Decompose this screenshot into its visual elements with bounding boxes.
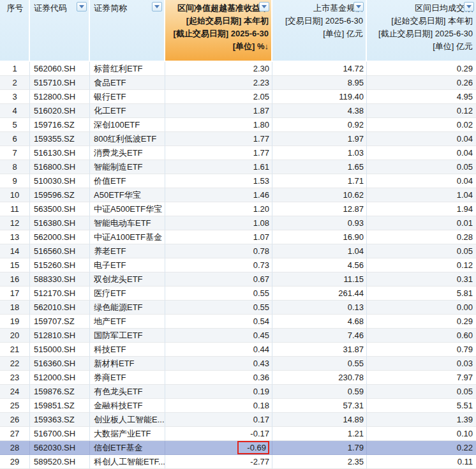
cell-code[interactable]: 512170.SH bbox=[30, 287, 90, 301]
cell-fund-scale[interactable]: 10.62 bbox=[272, 188, 367, 202]
table-row[interactable]: 16588330.SH双创龙头ETF0.6711.150.31 bbox=[0, 272, 476, 287]
cell-index[interactable]: 5 bbox=[0, 118, 30, 132]
cell-avg-turnover[interactable]: 1.94 bbox=[367, 202, 476, 216]
cell-excess-return[interactable]: 0.43 bbox=[165, 357, 272, 371]
table-row[interactable]: 14516560.SH养老ETF0.781.040.05 bbox=[0, 244, 476, 258]
cell-excess-return[interactable]: 1.61 bbox=[165, 160, 272, 174]
cell-excess-return[interactable]: 2.05 bbox=[165, 90, 272, 104]
cell-fund-scale[interactable]: 4.56 bbox=[272, 258, 367, 272]
cell-index[interactable]: 6 bbox=[0, 132, 30, 146]
cell-excess-return[interactable]: -2.77 bbox=[165, 455, 272, 469]
cell-excess-return[interactable]: 1.87 bbox=[165, 104, 272, 118]
cell-excess-return[interactable]: 0.19 bbox=[165, 385, 272, 399]
cell-name[interactable]: A50ETF华宝 bbox=[90, 188, 165, 202]
cell-name[interactable]: 价值ETF bbox=[90, 174, 165, 188]
table-row[interactable]: 6159355.SZ800红利低波ETF1.771.970.04 bbox=[0, 132, 476, 146]
cell-name[interactable]: 中证A500ETF华宝 bbox=[90, 202, 165, 216]
filter-dropdown-button[interactable] bbox=[353, 2, 364, 11]
cell-fund-scale[interactable]: 0.13 bbox=[272, 301, 367, 315]
cell-name[interactable]: 智能制造ETF bbox=[90, 160, 165, 174]
cell-index[interactable]: 11 bbox=[0, 202, 30, 216]
table-row[interactable]: 27516700.SH大数据产业ETF-0.171.210.10 bbox=[0, 427, 476, 441]
cell-index[interactable]: 22 bbox=[0, 357, 30, 371]
table-row[interactable]: 7516130.SH消费龙头ETF1.771.030.04 bbox=[0, 146, 476, 160]
cell-fund-scale[interactable]: 14.89 bbox=[272, 413, 367, 427]
cell-code[interactable]: 515710.SH bbox=[30, 76, 90, 90]
cell-index[interactable]: 28 bbox=[0, 441, 30, 455]
cell-fund-scale[interactable]: 57.31 bbox=[272, 399, 367, 413]
table-row[interactable]: 18562010.SH绿色能源ETF0.550.130.00 bbox=[0, 301, 476, 315]
table-row[interactable]: 9510030.SH价值ETF1.531.710.04 bbox=[0, 174, 476, 188]
table-row[interactable]: 1562060.SH标普红利ETF2.3014.720.29 bbox=[0, 62, 476, 76]
cell-avg-turnover[interactable]: 1.04 bbox=[367, 188, 476, 202]
cell-index[interactable]: 29 bbox=[0, 455, 30, 469]
cell-fund-scale[interactable]: 4.68 bbox=[272, 315, 367, 329]
cell-fund-scale[interactable]: 119.40 bbox=[272, 90, 367, 104]
cell-name[interactable]: 双创龙头ETF bbox=[90, 272, 165, 287]
cell-index[interactable]: 25 bbox=[0, 399, 30, 413]
cell-avg-turnover[interactable]: 0.10 bbox=[367, 427, 476, 441]
cell-code[interactable]: 562060.SH bbox=[30, 62, 90, 76]
cell-excess-return[interactable]: 1.80 bbox=[165, 118, 272, 132]
table-row[interactable]: 11563500.SH中证A500ETF华宝1.2012.871.94 bbox=[0, 202, 476, 216]
cell-name[interactable]: 新材料ETF bbox=[90, 357, 165, 371]
cell-excess-return[interactable]: 0.36 bbox=[165, 371, 272, 385]
cell-excess-return[interactable]: 1.07 bbox=[165, 230, 272, 244]
cell-avg-turnover[interactable]: 0.29 bbox=[367, 315, 476, 329]
cell-avg-turnover[interactable]: 0.31 bbox=[367, 272, 476, 287]
table-row[interactable]: 25159851.SZ金融科技ETF0.1857.315.51 bbox=[0, 399, 476, 413]
cell-code[interactable]: 515260.SH bbox=[30, 258, 90, 272]
cell-avg-turnover[interactable]: 0.12 bbox=[367, 104, 476, 118]
cell-excess-return[interactable]: 0.55 bbox=[165, 287, 272, 301]
cell-index[interactable]: 14 bbox=[0, 244, 30, 258]
cell-index[interactable]: 19 bbox=[0, 315, 30, 329]
cell-name[interactable]: 信创ETF基金 bbox=[90, 441, 165, 455]
filter-dropdown-button[interactable] bbox=[464, 2, 474, 11]
cell-index[interactable]: 17 bbox=[0, 287, 30, 301]
cell-fund-scale[interactable]: 0.59 bbox=[272, 385, 367, 399]
cell-avg-turnover[interactable]: 0.04 bbox=[367, 174, 476, 188]
header-name[interactable]: 证券简称 bbox=[90, 0, 165, 62]
cell-excess-return[interactable]: 0.44 bbox=[165, 343, 272, 357]
table-row[interactable]: 3512800.SH银行ETF2.05119.404.95 bbox=[0, 90, 476, 104]
cell-fund-scale[interactable]: 14.72 bbox=[272, 62, 367, 76]
cell-code[interactable]: 516380.SH bbox=[30, 216, 90, 230]
cell-fund-scale[interactable]: 2.35 bbox=[272, 455, 367, 469]
cell-fund-scale[interactable]: 261.44 bbox=[272, 287, 367, 301]
cell-avg-turnover[interactable]: 0.04 bbox=[367, 146, 476, 160]
cell-code[interactable]: 159876.SZ bbox=[30, 385, 90, 399]
cell-name[interactable]: 绿色能源ETF bbox=[90, 301, 165, 315]
cell-avg-turnover[interactable]: 0.05 bbox=[367, 244, 476, 258]
cell-name[interactable]: 有色龙头ETF bbox=[90, 385, 165, 399]
cell-excess-return[interactable]: 1.77 bbox=[165, 146, 272, 160]
cell-code[interactable]: 516020.SH bbox=[30, 104, 90, 118]
cell-excess-return[interactable]: 2.23 bbox=[165, 76, 272, 90]
cell-name[interactable]: 国防军工ETF bbox=[90, 329, 165, 343]
cell-code[interactable]: 159596.SZ bbox=[30, 188, 90, 202]
cell-excess-return[interactable]: 1.46 bbox=[165, 188, 272, 202]
cell-code[interactable]: 159355.SZ bbox=[30, 132, 90, 146]
cell-code[interactable]: 516700.SH bbox=[30, 427, 90, 441]
cell-name[interactable]: 创业板人工智能E... bbox=[90, 413, 165, 427]
cell-fund-scale[interactable]: 0.92 bbox=[272, 118, 367, 132]
cell-avg-turnover[interactable]: 0.79 bbox=[367, 343, 476, 357]
cell-index[interactable]: 3 bbox=[0, 90, 30, 104]
cell-excess-return[interactable]: 0.67 bbox=[165, 272, 272, 287]
cell-index[interactable]: 2 bbox=[0, 76, 30, 90]
cell-code[interactable]: 516130.SH bbox=[30, 146, 90, 160]
cell-fund-scale[interactable]: 0.93 bbox=[272, 216, 367, 230]
cell-name[interactable]: 消费龙头ETF bbox=[90, 146, 165, 160]
cell-avg-turnover[interactable]: 0.05 bbox=[367, 160, 476, 174]
cell-excess-return[interactable]: -0.17 bbox=[165, 427, 272, 441]
cell-fund-scale[interactable]: 11.15 bbox=[272, 272, 367, 287]
cell-code[interactable]: 510030.SH bbox=[30, 174, 90, 188]
header-fund-scale[interactable]: 上市基金规模[交易日期] 2025-6-30[单位] 亿元 bbox=[272, 0, 367, 62]
cell-code[interactable]: 562000.SH bbox=[30, 230, 90, 244]
cell-name[interactable]: 大数据产业ETF bbox=[90, 427, 165, 441]
cell-code[interactable]: 512000.SH bbox=[30, 371, 90, 385]
cell-index[interactable]: 8 bbox=[0, 160, 30, 174]
cell-index[interactable]: 21 bbox=[0, 343, 30, 357]
cell-fund-scale[interactable]: 1.71 bbox=[272, 174, 367, 188]
cell-fund-scale[interactable]: 1.04 bbox=[272, 244, 367, 258]
cell-index[interactable]: 27 bbox=[0, 427, 30, 441]
